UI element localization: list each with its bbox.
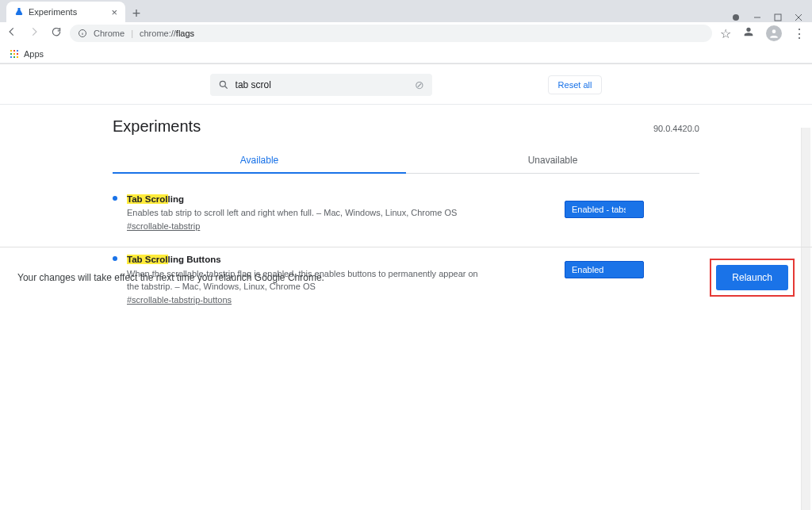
- apps-label[interactable]: Apps: [24, 49, 44, 59]
- page-title: Experiments: [113, 117, 201, 136]
- relaunch-button[interactable]: Relaunch: [716, 265, 788, 290]
- search-flags-input-wrapper: ⊘: [210, 74, 432, 96]
- apps-grid-icon[interactable]: [10, 49, 19, 59]
- new-tab-button[interactable]: +: [125, 6, 147, 22]
- relaunch-highlight: Relaunch: [710, 259, 795, 297]
- svg-line-10: [224, 86, 227, 89]
- tabs-row: Available Unavailable: [113, 148, 699, 174]
- flask-icon: [14, 7, 24, 17]
- flag-title: Tab Scrolling: [127, 194, 184, 204]
- tab-available[interactable]: Available: [113, 148, 406, 174]
- svg-rect-2: [775, 14, 781, 21]
- kebab-menu-icon[interactable]: ⋮: [793, 26, 806, 41]
- tab-title: Experiments: [29, 7, 77, 17]
- search-flags-input[interactable]: [236, 79, 408, 90]
- bookmarks-bar: Apps: [0, 44, 812, 63]
- bookmark-star-icon[interactable]: ☆: [720, 26, 731, 41]
- omnibox-origin: Chrome: [94, 29, 124, 38]
- svg-point-0: [733, 14, 739, 21]
- browser-toolbar: Chrome | chrome://flags ☆ ⋮: [0, 22, 812, 44]
- browser-titlebar: Experiments × +: [0, 0, 812, 22]
- back-icon[interactable]: [6, 26, 17, 40]
- flag-description: Enables tab strip to scroll left and rig…: [127, 208, 457, 217]
- address-bar[interactable]: Chrome | chrome://flags: [70, 25, 712, 42]
- version-text: 90.0.4420.0: [653, 124, 699, 133]
- maximize-icon[interactable]: [774, 13, 782, 21]
- reset-all-button[interactable]: Reset all: [548, 75, 603, 94]
- flag-anchor-link[interactable]: #scrollable-tabstrip: [127, 221, 200, 231]
- page-content: ⊘ Reset all Experiments 90.0.4420.0 Avai…: [0, 63, 812, 306]
- reload-icon[interactable]: [51, 26, 62, 40]
- minimize-icon[interactable]: [753, 13, 761, 21]
- modified-dot-icon: [113, 196, 117, 201]
- flag-item: Tab Scrolling Enables tab strip to scrol…: [113, 193, 485, 232]
- footer-bar: Your changes will take effect the next t…: [0, 247, 812, 297]
- search-icon: [218, 79, 229, 90]
- close-tab-icon[interactable]: ×: [111, 6, 117, 18]
- svg-point-8: [772, 29, 776, 33]
- flag-state-select[interactable]: Enabled - tabs do not: [565, 201, 644, 218]
- footer-message: Your changes will take effect the next t…: [17, 272, 324, 283]
- site-info-icon[interactable]: [78, 29, 87, 38]
- scrollbar[interactable]: [801, 128, 810, 510]
- omnibox-path: chrome://flags: [140, 29, 194, 38]
- clear-search-icon[interactable]: ⊘: [415, 79, 424, 91]
- tab-unavailable[interactable]: Unavailable: [406, 148, 699, 174]
- forward-icon[interactable]: [29, 26, 40, 40]
- account-avatar-icon[interactable]: [766, 25, 782, 41]
- window-controls: [731, 10, 812, 22]
- browser-tab[interactable]: Experiments ×: [6, 2, 125, 22]
- svg-point-9: [220, 81, 225, 86]
- profile-icon[interactable]: [742, 25, 755, 41]
- close-window-icon[interactable]: [795, 13, 802, 21]
- chromecast-icon[interactable]: [731, 13, 741, 22]
